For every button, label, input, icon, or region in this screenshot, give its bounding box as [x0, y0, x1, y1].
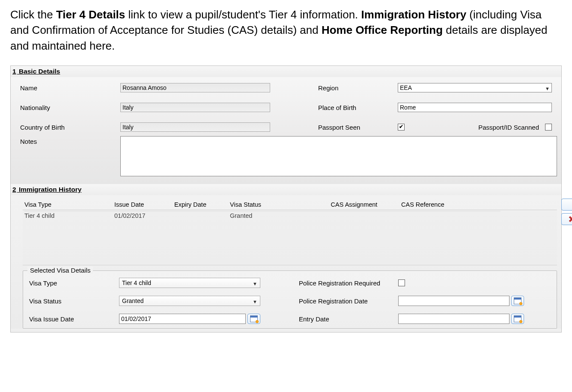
calendar-icon [250, 315, 258, 322]
visa-type-select[interactable]: Tier 4 child ▼ [119, 278, 260, 288]
col-cas-reference: CAS Reference [401, 201, 491, 208]
immigration-table-body[interactable]: Tier 4 child 01/02/2017 Granted [23, 210, 557, 265]
entry-date-field[interactable] [398, 314, 509, 324]
passport-seen-checkbox[interactable] [398, 124, 405, 131]
col-visa-type: Visa Type [24, 201, 114, 208]
visa-status-value: Granted [122, 297, 144, 304]
name-field[interactable]: Rosanna Amoso [120, 83, 270, 92]
visa-issue-date-field[interactable]: 01/02/2017 [119, 314, 246, 324]
visa-status-select[interactable]: Granted ▼ [119, 296, 260, 306]
cell-visa-status: Granted [230, 211, 307, 219]
calendar-icon [514, 297, 521, 304]
nationality-field[interactable]: Italy [120, 103, 270, 112]
entry-date-picker-button[interactable] [511, 314, 524, 324]
notes-textarea[interactable] [120, 136, 557, 176]
immigration-table-header: Visa Type Issue Date Expiry Date Visa St… [23, 199, 557, 210]
col-cas-assignment: CAS Assignment [307, 201, 401, 208]
new-button[interactable]: New [561, 199, 572, 211]
country-of-birth-field[interactable]: Italy [120, 122, 270, 132]
label-name: Name [20, 84, 118, 92]
police-reg-date-field[interactable] [398, 296, 509, 306]
intro-bold-3: Home Office Reporting [322, 24, 443, 36]
table-row[interactable]: Tier 4 child 01/02/2017 Granted [23, 210, 557, 220]
calendar-icon [514, 315, 521, 322]
delete-button[interactable]: Delete [561, 213, 572, 225]
cell-expiry-date [174, 211, 230, 219]
intro-bold-1: Tier 4 Details [56, 8, 125, 21]
cell-visa-type: Tier 4 child [24, 211, 114, 219]
place-of-birth-field[interactable]: Rome [398, 103, 552, 112]
label-police-reg-date: Police Registration Date [299, 297, 398, 305]
section-number: 1 [12, 68, 16, 75]
visa-type-value: Tier 4 child [122, 279, 151, 286]
label-entry-date: Entry Date [299, 315, 398, 323]
chevron-down-icon: ▼ [253, 280, 257, 288]
visa-issue-date-picker-button[interactable] [247, 314, 260, 324]
label-region: Region [318, 84, 395, 92]
delete-icon [568, 216, 572, 223]
section-basic-details-header[interactable]: 1 Basic Details [11, 66, 561, 77]
section-number: 2 [12, 186, 16, 193]
police-reg-date-picker-button[interactable] [511, 296, 524, 306]
selected-visa-details-legend: Selected Visa Details [27, 267, 93, 274]
cell-cas-reference [401, 211, 491, 219]
label-notes: Notes [20, 136, 118, 176]
label-visa-type: Visa Type [29, 279, 119, 287]
police-reg-required-checkbox[interactable] [398, 279, 405, 286]
chevron-down-icon: ▼ [545, 85, 550, 93]
label-country-of-birth: Country of Birth [20, 124, 118, 131]
section-title-text: Basic Details [19, 68, 60, 75]
region-value: EEA [400, 84, 412, 91]
section-title-text: Immigration History [19, 186, 81, 193]
col-issue-date: Issue Date [114, 201, 174, 208]
passport-scanned-checkbox[interactable] [545, 124, 552, 131]
col-expiry-date: Expiry Date [174, 201, 230, 208]
selected-visa-details-fieldset: Selected Visa Details Visa Type Tier 4 c… [23, 270, 557, 329]
label-nationality: Nationality [20, 104, 118, 111]
cell-cas-assignment [307, 211, 401, 219]
label-police-reg-required: Police Registration Required [299, 279, 398, 287]
label-visa-status: Visa Status [29, 297, 119, 305]
cell-issue-date: 01/02/2017 [114, 211, 174, 219]
intro-paragraph: Click the Tier 4 Details link to view a … [10, 7, 562, 53]
label-visa-issue-date: Visa Issue Date [29, 315, 119, 323]
intro-bold-2: Immigration History [361, 8, 467, 21]
label-place-of-birth: Place of Birth [318, 104, 395, 111]
col-visa-status: Visa Status [230, 201, 307, 208]
tier4-panel: 1 Basic Details Name Rosanna Amoso Regio… [10, 65, 562, 333]
region-select[interactable]: EEA ▼ [398, 83, 552, 92]
chevron-down-icon: ▼ [253, 298, 257, 306]
intro-text: Click the [10, 8, 56, 21]
intro-text: link to view a pupil/student's Tier 4 in… [125, 8, 361, 21]
section-immigration-history-header[interactable]: 2 Immigration History [11, 184, 561, 195]
label-passport-seen: Passport Seen [318, 124, 395, 131]
label-passport-scanned: Passport/ID Scanned [478, 124, 539, 131]
